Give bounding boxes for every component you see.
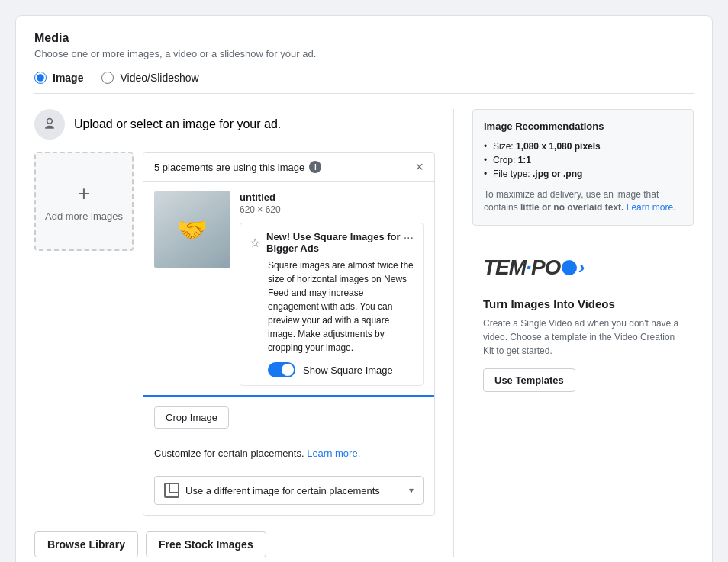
rec-crop-value: 1:1 <box>518 155 531 165</box>
image-name: untitled <box>240 191 424 203</box>
rec-list: Size: 1,080 x 1,080 pixels Crop: 1:1 Fil… <box>484 140 682 181</box>
diff-image-label: Use a different image for certain placem… <box>185 485 380 496</box>
add-images-box[interactable]: + Add more images <box>34 152 134 251</box>
star-icon: ☆ <box>250 236 260 250</box>
image-detail-panel: 5 placements are using this image i × un… <box>143 152 435 516</box>
toggle-row: Show Square Image <box>250 362 414 377</box>
media-card: Media Choose one or more images, a video… <box>15 15 713 562</box>
chevron-down-icon: ▾ <box>409 485 414 496</box>
bottom-buttons: Browse Library Free Stock Images <box>34 516 435 557</box>
placement-bar: 5 placements are using this image i × <box>143 153 434 182</box>
rec-size-value: 1,080 x 1,080 pixels <box>516 141 601 152</box>
customize-learn-more[interactable]: Learn more. <box>307 448 360 459</box>
upload-label: Upload or select an image for your ad. <box>74 117 281 131</box>
customize-text: Customize for certain placements. <box>154 448 304 459</box>
tempo-logo-dot: · <box>526 255 531 280</box>
tempo-logo-po: PO <box>531 255 560 280</box>
upload-area: Upload or select an image for your ad. <box>34 109 435 140</box>
add-images-label: Add more images <box>45 210 123 222</box>
tempo-logo-arrow: › <box>578 257 585 278</box>
main-content: Upload or select an image for your ad. +… <box>34 109 694 557</box>
free-stock-images-button[interactable]: Free Stock Images <box>146 531 266 557</box>
rec-filetype-value: .jpg or .png <box>533 169 582 179</box>
tip-menu-icon[interactable]: ··· <box>404 231 414 245</box>
rec-note-bold: little or no overlaid text. <box>520 202 623 213</box>
video-promo-desc: Create a Single Video ad when you don't … <box>483 316 683 358</box>
image-thumbnail <box>154 191 230 268</box>
rec-size-label: Size: <box>493 141 516 152</box>
content-area: + Add more images 5 placements are using… <box>34 152 435 516</box>
right-panel: Image Recommendations Size: 1,080 x 1,08… <box>472 109 694 557</box>
tip-header: ☆ New! Use Square Images for Bigger Ads … <box>250 231 414 254</box>
tab-video-label: Video/Slideshow <box>120 72 198 84</box>
tab-image-radio[interactable] <box>34 72 47 84</box>
card-title: Media <box>34 31 694 45</box>
add-plus-icon: + <box>78 181 90 206</box>
tab-video-slideshow[interactable]: Video/Slideshow <box>101 72 198 84</box>
rec-crop-label: Crop: <box>493 155 518 165</box>
tip-title: New! Use Square Images for Bigger Ads <box>266 231 404 254</box>
tab-image-label: Image <box>53 72 83 84</box>
crop-image-button[interactable]: Crop Image <box>154 406 229 429</box>
image-row: untitled 620 × 620 ☆ New! Use Square Ima… <box>143 182 434 397</box>
vertical-divider <box>453 109 454 557</box>
rec-note: To maximize ad delivery, use an image th… <box>484 188 682 214</box>
rec-learn-more[interactable]: Learn more. <box>627 202 676 213</box>
tempo-logo-circle <box>562 260 577 275</box>
browse-library-button[interactable]: Browse Library <box>34 531 138 557</box>
tab-image[interactable]: Image <box>34 72 83 84</box>
rec-title: Image Recommendations <box>484 120 682 132</box>
placement-text: 5 placements are using this image <box>154 162 304 173</box>
customize-bar: Customize for certain placements. Learn … <box>143 438 434 468</box>
recommendations-box: Image Recommendations Size: 1,080 x 1,08… <box>472 109 694 226</box>
use-templates-button[interactable]: Use Templates <box>483 368 575 392</box>
tip-box: ☆ New! Use Square Images for Bigger Ads … <box>240 223 424 386</box>
card-subtitle: Choose one or more images, a video or a … <box>34 48 694 59</box>
logo-area: TEM · PO › <box>483 249 683 287</box>
left-panel: Upload or select an image for your ad. +… <box>34 109 435 557</box>
card-header: Media Choose one or more images, a video… <box>34 31 694 59</box>
image-dims: 620 × 620 <box>240 204 424 215</box>
tab-video-radio[interactable] <box>101 72 114 84</box>
close-panel-button[interactable]: × <box>415 160 424 174</box>
placement-info-icon: i <box>309 161 321 173</box>
diff-image-icon <box>164 483 179 498</box>
rec-item-size: Size: 1,080 x 1,080 pixels <box>484 140 682 153</box>
upload-icon-circle <box>34 109 65 140</box>
rec-item-filetype: File type: .jpg or .png <box>484 167 682 181</box>
square-image-toggle[interactable] <box>268 362 295 377</box>
rec-filetype-label: File type: <box>493 169 533 179</box>
video-promo-box: TEM · PO › Turn Images Into Videos Creat… <box>472 238 694 403</box>
toggle-label: Show Square Image <box>303 364 393 376</box>
tip-body: Square images are almost twice the size … <box>250 259 414 355</box>
image-info: untitled 620 × 620 ☆ New! Use Square Ima… <box>230 191 424 386</box>
upload-icon <box>42 117 57 132</box>
video-promo-title: Turn Images Into Videos <box>483 297 683 310</box>
tabs-row: Image Video/Slideshow <box>34 72 694 94</box>
tip-title-row: ☆ New! Use Square Images for Bigger Ads <box>250 231 404 254</box>
diff-image-left: Use a different image for certain placem… <box>164 483 380 498</box>
placement-info: 5 placements are using this image i <box>154 161 321 173</box>
rec-item-crop: Crop: 1:1 <box>484 153 682 167</box>
tempo-logo-text: TEM <box>483 255 526 280</box>
diff-image-dropdown[interactable]: Use a different image for certain placem… <box>154 476 424 505</box>
